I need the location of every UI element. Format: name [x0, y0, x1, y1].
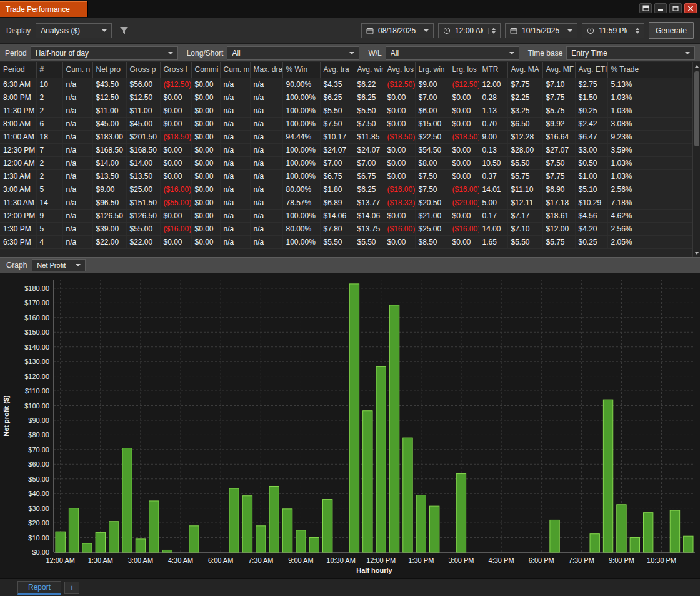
bar[interactable] — [550, 520, 559, 552]
table-row[interactable]: 1:30 AM2n/a$13.50$13.50$0.00$0.00n/an/a1… — [0, 169, 692, 183]
bar[interactable] — [349, 284, 359, 552]
end-time-picker[interactable]: 11:59 PM — [582, 23, 644, 38]
column-header[interactable]: Cum. n — [62, 62, 92, 78]
end-time-spinner[interactable] — [632, 28, 639, 34]
table-row[interactable]: 6:30 PM4n/a$22.00$22.00$0.00$0.00n/an/a1… — [0, 235, 692, 248]
bar[interactable] — [416, 495, 426, 552]
bar[interactable] — [136, 539, 145, 552]
bar[interactable] — [456, 474, 466, 552]
column-header[interactable]: Avg. los — [384, 62, 415, 78]
bar[interactable] — [189, 526, 199, 552]
table-row[interactable]: 11:00 AM18n/a$183.00$201.50($18.50)$0.00… — [0, 130, 692, 143]
period-dropdown[interactable]: Half-hour of day — [31, 46, 178, 60]
column-header[interactable]: Gross l — [160, 62, 191, 78]
table-row[interactable]: 11:30 PM2n/a$11.00$11.00$0.00$0.00n/an/a… — [0, 104, 692, 117]
column-header[interactable]: MTR — [479, 62, 508, 78]
add-tab-button[interactable]: + — [64, 582, 79, 594]
table-row[interactable]: 12:00 AM2n/a$14.00$14.00$0.00$0.00n/an/a… — [0, 156, 692, 169]
bar[interactable] — [323, 500, 332, 552]
column-header[interactable]: Lrg. los — [449, 62, 479, 78]
bar[interactable] — [603, 400, 612, 552]
table-row[interactable]: 8:00 AM6n/a$45.00$45.00$0.00$0.00n/an/a1… — [0, 117, 692, 130]
bar[interactable] — [376, 366, 386, 552]
bar[interactable] — [256, 526, 266, 552]
bar[interactable] — [69, 508, 78, 552]
column-header[interactable]: Period — [0, 62, 36, 78]
bar[interactable] — [109, 522, 119, 552]
bar[interactable] — [684, 536, 693, 552]
table-row[interactable]: 8:00 PM2n/a$12.50$12.50$0.00$0.00n/an/a1… — [0, 91, 692, 104]
bar[interactable] — [296, 530, 306, 552]
longshort-dropdown[interactable]: All — [227, 46, 359, 60]
minimize-button[interactable] — [654, 3, 667, 13]
column-header[interactable]: Avg. ETI — [575, 62, 608, 78]
column-header[interactable]: Commi — [191, 62, 220, 78]
bar[interactable] — [56, 532, 65, 552]
titlebar[interactable]: Trade Performance — [0, 0, 700, 18]
start-time-spinner[interactable] — [488, 28, 496, 34]
display-dropdown[interactable]: Analysis ($) — [36, 23, 112, 38]
bar[interactable] — [96, 532, 105, 552]
column-header[interactable]: Avg. MF — [542, 62, 575, 78]
bar[interactable] — [229, 488, 239, 552]
spinner-up-icon[interactable] — [636, 28, 639, 30]
column-header[interactable]: Net pro — [92, 62, 126, 78]
close-button[interactable] — [684, 3, 697, 13]
bar[interactable] — [309, 538, 319, 552]
scroll-down-button[interactable] — [693, 249, 700, 257]
maximize-button[interactable] — [669, 3, 682, 13]
table-row[interactable]: 6:30 AM10n/a$43.50$56.00($12.50)$0.00n/a… — [0, 78, 692, 91]
bar[interactable] — [269, 486, 279, 552]
column-header[interactable]: Gross p — [126, 62, 160, 78]
window-title-tab[interactable]: Trade Performance — [0, 1, 88, 17]
table-cell: 2.05% — [608, 235, 644, 248]
bar[interactable] — [617, 505, 626, 552]
spinner-down-icon[interactable] — [492, 31, 496, 34]
tab-report[interactable]: Report — [18, 581, 61, 595]
column-header[interactable]: # — [36, 62, 62, 78]
spinner-up-icon[interactable] — [492, 28, 496, 30]
table-row[interactable]: 12:30 PM7n/a$168.50$168.50$0.00$0.00n/an… — [0, 143, 692, 156]
bar[interactable] — [630, 538, 639, 552]
start-time-picker[interactable]: 12:00 AM — [438, 23, 501, 38]
filter-button[interactable] — [119, 26, 129, 35]
bar[interactable] — [644, 513, 653, 552]
end-date-picker[interactable]: 10/15/2025 — [505, 23, 578, 38]
start-date-picker[interactable]: 08/18/2025 — [361, 23, 434, 38]
bar[interactable] — [670, 510, 679, 552]
bar[interactable] — [82, 543, 92, 552]
bar[interactable] — [282, 509, 292, 552]
scrollbar-thumb[interactable] — [694, 71, 699, 146]
table-cell: $17.18 — [542, 196, 575, 209]
graph-type-dropdown[interactable]: Net Profit — [32, 259, 86, 271]
column-header[interactable]: % Trade — [608, 62, 644, 78]
always-on-top-icon — [642, 5, 649, 11]
timebase-dropdown[interactable]: Entry Time — [566, 46, 695, 60]
table-scrollbar[interactable] — [692, 62, 700, 257]
table-row[interactable]: 1:30 PM5n/a$39.00$55.00($16.00)$0.00n/an… — [0, 222, 692, 235]
bar[interactable] — [242, 496, 252, 552]
bar[interactable] — [389, 305, 399, 552]
spinner-down-icon[interactable] — [636, 31, 639, 34]
wl-dropdown[interactable]: All — [386, 46, 519, 60]
column-header[interactable]: % Win — [282, 62, 320, 78]
bar[interactable] — [122, 448, 132, 552]
column-header[interactable]: Avg. MA — [508, 62, 542, 78]
column-header[interactable]: Avg. tra — [320, 62, 354, 78]
column-header[interactable]: Lrg. win — [415, 62, 449, 78]
table-row[interactable]: 3:00 AM5n/a$9.00$25.00($16.00)$0.00n/an/… — [0, 183, 692, 196]
column-header[interactable]: Max. dra — [250, 62, 282, 78]
generate-button[interactable]: Generate — [649, 22, 694, 39]
bar[interactable] — [430, 506, 439, 552]
column-header[interactable]: Avg. win — [354, 62, 384, 78]
bar[interactable] — [162, 550, 172, 552]
table-row[interactable]: 12:00 PM9n/a$126.50$126.50$0.00$0.00n/an… — [0, 209, 692, 222]
always-on-top-button[interactable] — [639, 3, 652, 13]
bar[interactable] — [149, 501, 159, 552]
bar[interactable] — [403, 438, 412, 552]
table-row[interactable]: 11:30 AM14n/a$96.50$151.50($55.00)$0.00n… — [0, 196, 692, 209]
column-header[interactable]: Cum. m — [220, 62, 250, 78]
bar[interactable] — [590, 534, 599, 552]
scroll-up-button[interactable] — [693, 62, 700, 70]
bar[interactable] — [363, 411, 372, 552]
